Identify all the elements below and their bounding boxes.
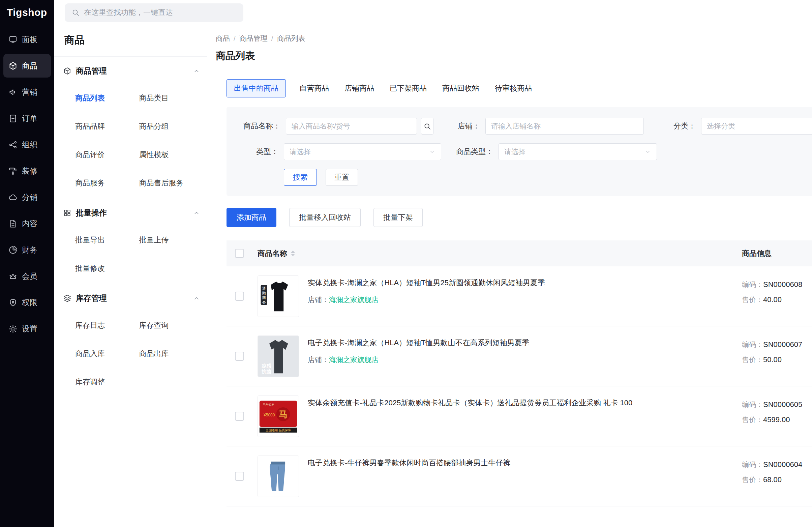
submenu-item[interactable]: 商品入库 [75, 340, 139, 368]
tab-4[interactable]: 商品回收站 [442, 80, 479, 97]
product-code-line: 编码：SN0000605 [742, 400, 812, 409]
submenu-item[interactable]: 库存查询 [139, 311, 203, 340]
submenu-item[interactable]: 商品服务 [75, 169, 139, 197]
chevron-up-icon[interactable] [193, 68, 200, 75]
global-search-input[interactable]: 在这里查找功能，一键直达 [65, 3, 243, 22]
row-checkbox[interactable] [235, 412, 244, 421]
breadcrumb-item[interactable]: 商品管理 [239, 34, 267, 43]
search-icon [71, 9, 79, 16]
sidebar-item-finance[interactable]: 财务 [3, 238, 51, 262]
submenu-item[interactable]: 批量修改 [75, 254, 139, 283]
chevron-up-icon[interactable] [193, 295, 200, 302]
submenu-item[interactable]: 商品品牌 [75, 112, 139, 141]
product-cell: 实体余额充值卡-礼品卡2025新款购物卡礼品卡（实体卡）送礼品提货券员工福利企业… [308, 396, 742, 408]
batch-off-shelf-button[interactable]: 批量下架 [374, 208, 423, 227]
code-label: 编码： [742, 401, 763, 408]
row-checkbox[interactable] [235, 352, 244, 361]
submenu-item[interactable]: 商品评价 [75, 141, 139, 169]
submenu-item[interactable]: 商品售后服务 [139, 169, 203, 197]
sort-toggle[interactable] [291, 251, 295, 256]
sidebar-item-dashboard[interactable]: 面板 [3, 28, 51, 51]
submenu-item[interactable]: 商品分组 [139, 112, 203, 141]
sidebar-item-marketing[interactable]: 营销 [3, 80, 51, 104]
chevron-up-icon[interactable] [193, 209, 200, 217]
filter-panel: 商品名称： 店铺： 分类： 选择分类 类 [227, 107, 812, 196]
submenu-item[interactable]: 批量导出 [75, 226, 139, 254]
product-name-input[interactable] [286, 118, 417, 134]
sidebar-item-order[interactable]: 订单 [3, 106, 51, 130]
submenu-item[interactable]: 商品出库 [139, 340, 203, 368]
column-name-header: 商品名称 [258, 248, 287, 259]
product-image[interactable]: 通勤商务 [258, 275, 299, 317]
product-title[interactable]: 实体余额充值卡-礼品卡2025新款购物卡礼品卡（实体卡）送礼品提货券员工福利企业… [308, 398, 742, 408]
product-title[interactable]: 电子兑换卡-海澜之家（HLA）短袖T恤男款山不在高系列短袖男夏季 [308, 338, 742, 348]
batch-move-recycle-button[interactable]: 批量移入回收站 [289, 208, 361, 227]
submenu-item[interactable]: 属性模板 [139, 141, 203, 169]
price-label: 售价： [742, 296, 763, 303]
product-code-line: 编码：SN0000607 [742, 340, 812, 349]
search-button[interactable]: 搜索 [284, 169, 317, 186]
submenu-item[interactable]: 批量上传 [139, 226, 203, 254]
product-table: 商品名称 商品信息 通勤商务实体兑换卡-海澜之家（HLA）短袖T恤男25新圆领通… [227, 240, 812, 507]
sidebar-item-content[interactable]: 内容 [3, 212, 51, 236]
category-select[interactable]: 选择分类 [701, 118, 812, 134]
svg-text:马: 马 [279, 409, 288, 419]
tab-5[interactable]: 待审核商品 [495, 80, 532, 97]
sidebar-item-distribution[interactable]: 分销 [3, 185, 51, 209]
reset-button[interactable]: 重置 [325, 169, 358, 186]
submenu-section-title: 商品管理 [76, 66, 107, 76]
product-info-cell: 编码：SN0000604售价：68.00 [742, 456, 812, 490]
shop-link[interactable]: 海澜之家旗舰店 [329, 356, 378, 364]
product-image[interactable]: 凉感抗菌 [258, 336, 299, 377]
submenu-item[interactable]: 库存日志 [75, 311, 139, 340]
submenu-section-inventory-manage[interactable]: 库存管理 [54, 284, 207, 311]
sidebar-item-label: 分销 [22, 192, 38, 203]
product-list-panel: 出售中的商品自营商品店铺商品已下架商品商品回收站待审核商品 商品名称： 店铺： … [216, 71, 812, 507]
shop-name-input[interactable] [485, 118, 644, 134]
breadcrumb-item[interactable]: 商品 [216, 34, 230, 43]
tab-0[interactable]: 出售中的商品 [227, 79, 286, 97]
sidebar-item-settings[interactable]: 设置 [3, 317, 51, 341]
tab-3[interactable]: 已下架商品 [390, 80, 427, 97]
sidebar-item-label: 财务 [22, 245, 38, 255]
sidebar-item-product[interactable]: 商品 [3, 54, 51, 77]
product-title[interactable]: 电子兑换卡-牛仔裤男春季款休闲时尚百搭腰部抽身男士牛仔裤 [308, 458, 742, 468]
table-actions: 添加商品 批量移入回收站 批量下架 [227, 208, 812, 227]
sidebar-item-decoration[interactable]: 装修 [3, 159, 51, 183]
svg-text:通勤商务: 通勤商务 [262, 286, 266, 304]
product-cell: 电子兑换卡-牛仔裤男春季款休闲时尚百搭腰部抽身男士牛仔裤 [308, 456, 742, 468]
submenu-item[interactable]: 商品类目 [139, 84, 203, 112]
code-label: 编码： [742, 341, 763, 348]
sidebar-item-organization[interactable]: 组织 [3, 133, 51, 156]
name-search-button[interactable] [421, 118, 434, 134]
primary-nav: 面板商品营销订单组织装修分销内容财务会员权限设置 [0, 25, 54, 343]
product-type-select[interactable]: 请选择 [498, 143, 657, 160]
submenu-item[interactable]: 库存调整 [75, 368, 139, 396]
table-header: 商品名称 商品信息 [227, 240, 812, 266]
order-icon [9, 114, 17, 123]
tab-2[interactable]: 店铺商品 [345, 80, 374, 97]
product-image[interactable] [258, 456, 299, 497]
row-checkbox[interactable] [235, 472, 244, 481]
sidebar-item-permission[interactable]: 权限 [3, 291, 51, 314]
select-all-checkbox[interactable] [235, 249, 244, 258]
code-label: 编码： [742, 460, 763, 468]
submenu-section-batch-ops[interactable]: 批量操作 [54, 199, 207, 226]
type-select[interactable]: 请选择 [284, 143, 441, 160]
tab-1[interactable]: 自营商品 [299, 80, 329, 97]
submenu-item[interactable]: 商品列表 [75, 84, 139, 112]
shop-line: 店铺：海澜之家旗舰店 [308, 355, 742, 365]
submenu-section-product-manage[interactable]: 商品管理 [54, 57, 207, 84]
row-checkbox[interactable] [235, 291, 244, 301]
product-title[interactable]: 实体兑换卡-海澜之家（HLA）短袖T恤男25新圆领通勤休闲风短袖男夏季 [308, 278, 742, 288]
sidebar-item-member[interactable]: 会员 [3, 264, 51, 288]
table-row: 凉感抗菌电子兑换卡-海澜之家（HLA）短袖T恤男款山不在高系列短袖男夏季店铺：海… [227, 326, 812, 386]
add-product-button[interactable]: 添加商品 [227, 208, 276, 227]
product-image[interactable]: 马年贺岁马¥5000全国通用 品质保障 [258, 396, 299, 437]
filter-type-label: 类型： [237, 147, 278, 157]
product-price-line: 售价：50.00 [742, 355, 812, 365]
shop-link[interactable]: 海澜之家旗舰店 [329, 296, 378, 303]
organization-icon [9, 140, 17, 149]
marketing-icon [9, 88, 17, 97]
product-cell: 电子兑换卡-海澜之家（HLA）短袖T恤男款山不在高系列短袖男夏季店铺：海澜之家旗… [308, 336, 742, 365]
